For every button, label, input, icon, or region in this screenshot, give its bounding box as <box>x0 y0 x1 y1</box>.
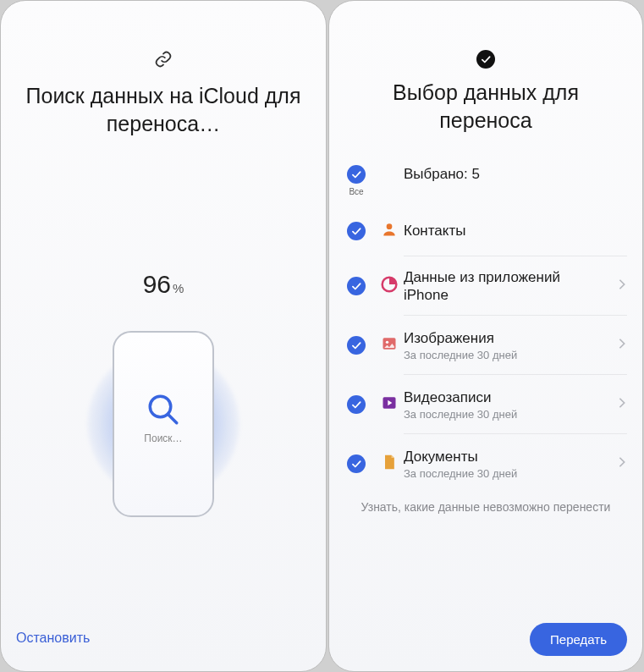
item-subtitle: За последние 30 дней <box>404 408 608 421</box>
list-item[interactable]: Документы За последние 30 дней <box>338 434 630 493</box>
search-icon <box>146 392 181 431</box>
page-title: Поиск данных на iCloud для переноса… <box>1 72 326 137</box>
link-icon <box>154 50 173 72</box>
page-title: Выбор данных для переноса <box>329 69 642 134</box>
checkbox-all[interactable] <box>347 165 366 184</box>
stop-button[interactable]: Остановить <box>16 631 90 646</box>
checkbox-item[interactable] <box>347 454 366 473</box>
list-item[interactable]: Изображения За последние 30 дней <box>338 316 630 375</box>
phone-frame: Поиск… <box>113 331 214 517</box>
data-list: Все Выбрано: 5 <box>329 162 642 493</box>
videos-icon <box>381 394 398 415</box>
checkbox-item[interactable] <box>347 277 366 295</box>
list-item[interactable]: Видеозаписи За последние 30 дней <box>338 375 630 434</box>
checkbox-item[interactable] <box>347 395 366 414</box>
svg-point-2 <box>387 223 393 229</box>
item-title: Документы <box>404 448 608 465</box>
percent-sign: % <box>173 281 184 295</box>
item-title: Видеозаписи <box>404 388 608 406</box>
searching-label: Поиск… <box>114 432 212 444</box>
phone-illustration: Поиск… <box>79 331 248 534</box>
chevron-right-icon <box>618 278 626 294</box>
item-subtitle: За последние 30 дней <box>404 349 608 361</box>
list-item[interactable]: Данные из приложений iPhone <box>338 256 630 316</box>
list-item[interactable]: Контакты <box>338 206 630 256</box>
selected-summary: Выбрано: 5 <box>404 165 625 183</box>
screen-search-icloud: Поиск данных на iCloud для переноса… 96%… <box>0 0 327 672</box>
docs-icon <box>381 454 398 474</box>
checkbox-item[interactable] <box>347 336 366 355</box>
progress-display: 96% <box>1 270 326 299</box>
chevron-right-icon <box>618 456 626 471</box>
check-badge-icon <box>476 50 495 69</box>
appdata-icon <box>381 276 398 296</box>
screen-select-data: Выбор данных для переноса Все Выбрано: 5 <box>328 0 643 672</box>
chevron-right-icon <box>618 338 626 353</box>
cannot-transfer-link[interactable]: Узнать, какие данные невозможно перенест… <box>329 500 642 514</box>
item-title: Изображения <box>404 329 608 347</box>
contact-icon <box>381 221 398 241</box>
chevron-right-icon <box>618 397 626 412</box>
checkbox-item[interactable] <box>347 222 366 240</box>
svg-line-1 <box>168 414 177 423</box>
select-all-row[interactable]: Все Выбрано: 5 <box>338 162 630 206</box>
item-title: Контакты <box>404 222 625 240</box>
progress-value: 96 <box>143 270 171 298</box>
item-subtitle: За последние 30 дней <box>404 467 608 480</box>
item-title: Данные из приложений iPhone <box>404 268 608 305</box>
svg-point-4 <box>386 341 388 344</box>
transfer-button[interactable]: Передать <box>530 623 627 656</box>
all-label: Все <box>349 187 363 196</box>
images-icon <box>381 335 398 355</box>
